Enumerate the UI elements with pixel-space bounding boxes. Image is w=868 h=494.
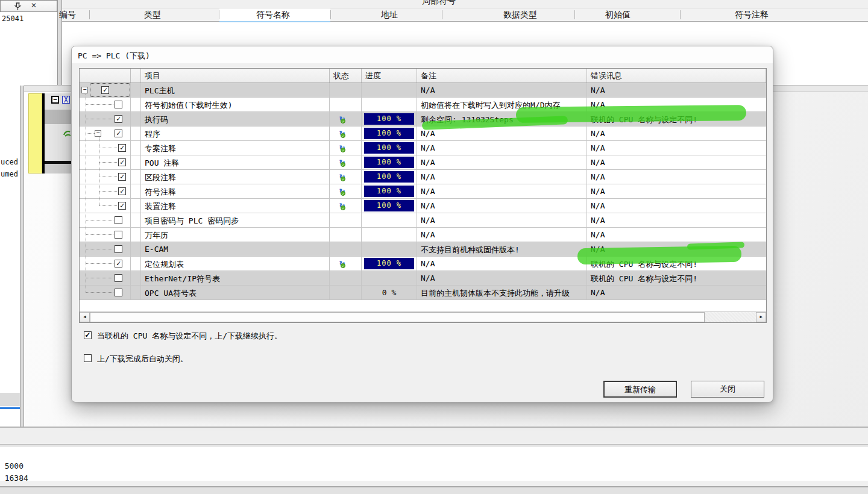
- table-column-header[interactable]: 备注: [417, 69, 587, 83]
- column-header-comment[interactable]: 符号注释: [735, 10, 769, 20]
- table-column-header[interactable]: 错误讯息: [587, 69, 766, 83]
- close-button[interactable]: 关闭: [691, 381, 764, 398]
- download-item-row[interactable]: ✓装置注释↻✓100 %N/AN/A: [80, 199, 766, 213]
- item-checkbox[interactable]: [115, 245, 122, 253]
- table-column-header[interactable]: 状态: [330, 69, 362, 83]
- progress-cell: [362, 98, 417, 112]
- scrollbar-track[interactable]: [705, 312, 756, 322]
- error-message-cell: N/A: [587, 141, 766, 155]
- table-column-header[interactable]: 进度: [362, 69, 417, 83]
- column-header-name[interactable]: 符号名称: [256, 10, 290, 20]
- tree-checkbox-cell: [80, 242, 131, 257]
- item-checkbox[interactable]: ✓: [115, 260, 122, 267]
- item-checkbox[interactable]: [115, 274, 122, 282]
- item-name-cell: E-CAM: [141, 242, 330, 257]
- item-checkbox[interactable]: ✓: [118, 158, 126, 166]
- item-checkbox[interactable]: [115, 216, 122, 224]
- remark-cell: 目前的主机韧体版本不支持此功能，请升级: [417, 286, 587, 300]
- error-message-cell: 联机的 CPU 名称与设定不同!: [587, 112, 766, 127]
- progress-bar: 100 %: [364, 171, 414, 183]
- download-item-row[interactable]: OPC UA符号表0 %目前的主机韧体版本不支持此功能，请升级N/A: [80, 286, 766, 300]
- sync-ok-badge: ✓: [341, 205, 345, 210]
- progress-text: 0 %: [362, 286, 417, 297]
- item-checkbox[interactable]: ✓: [115, 130, 122, 137]
- tree-collapse-toggle[interactable]: −: [81, 87, 88, 93]
- spacer-cell: [131, 141, 141, 155]
- progress-bar: 100 %: [364, 113, 414, 125]
- column-header-type[interactable]: 类型: [144, 10, 161, 20]
- sync-status-icon: ↻✓: [339, 199, 349, 210]
- table-column-header[interactable]: 项目: [141, 69, 330, 83]
- tree-checkbox-cell: ✓: [80, 184, 131, 199]
- network-disable-icon[interactable]: ╳: [62, 96, 70, 104]
- download-item-row[interactable]: ✓定位规划表↻✓100 %N/A联机的 CPU 名称与设定不同!: [80, 257, 766, 271]
- sync-ok-badge: ✓: [341, 148, 345, 152]
- sync-ok-badge: ✓: [341, 162, 345, 167]
- horizontal-scrollbar[interactable]: ◀ ▶: [80, 312, 766, 322]
- download-item-row[interactable]: ✓POU 注释↻✓100 %N/AN/A: [80, 155, 766, 170]
- download-item-row[interactable]: ✓专案注释↻✓100 %N/AN/A: [80, 141, 766, 155]
- progress-bar: 100 %: [364, 142, 414, 154]
- column-separator: [219, 10, 219, 19]
- progress-cell: 100 %: [362, 257, 417, 271]
- status-bar: [0, 487, 868, 494]
- item-checkbox[interactable]: ✓: [118, 173, 126, 181]
- tree-collapse-toggle[interactable]: −: [95, 130, 101, 137]
- download-item-row[interactable]: −✓PLC主机N/AN/A: [80, 83, 766, 98]
- option-checkbox[interactable]: [84, 354, 92, 362]
- panel-splitter[interactable]: [20, 86, 24, 427]
- column-header-address[interactable]: 地址: [381, 10, 398, 20]
- scroll-right-button[interactable]: ▶: [756, 312, 766, 322]
- tree-checkbox-cell: [80, 228, 131, 242]
- download-item-row[interactable]: ✓执行码↻✓100 %剩余空间: 131032Steps联机的 CPU 名称与设…: [80, 112, 766, 127]
- download-item-row[interactable]: 项目密码与 PLC 密码同步N/AN/A: [80, 213, 766, 228]
- sync-status-icon: ↻✓: [339, 185, 349, 196]
- dialog-titlebar[interactable]: PC => PLC (下载): [72, 46, 773, 63]
- item-checkbox[interactable]: [115, 231, 122, 239]
- spacer-cell: [131, 213, 141, 228]
- item-checkbox[interactable]: ✓: [118, 202, 126, 210]
- tree-checkbox-cell: [80, 98, 131, 112]
- pin-icon[interactable]: [14, 2, 22, 11]
- column-header-datatype[interactable]: 数据类型: [503, 10, 537, 20]
- item-checkbox[interactable]: ✓: [118, 187, 126, 195]
- item-checkbox[interactable]: ✓: [118, 144, 126, 152]
- item-checkbox[interactable]: [115, 101, 122, 108]
- status-cell: ↻✓: [330, 141, 362, 155]
- download-item-row[interactable]: E-CAM不支持目前机种或固件版本!N/A: [80, 242, 766, 257]
- progress-cell: 100 %: [362, 184, 417, 199]
- download-item-row[interactable]: 符号初始值(下载时生效)初始值将在下载时写入到对应的M/D内存N/A: [80, 98, 766, 112]
- download-item-row[interactable]: EtherNet/IP符号表N/A联机的 CPU 名称与设定不同!: [80, 271, 766, 286]
- message-line: / 16384: [0, 474, 28, 481]
- option-label: 当联机的 CPU 名称与设定不同，上/下载继续执行。: [97, 331, 282, 342]
- item-checkbox[interactable]: [115, 289, 122, 296]
- download-item-row[interactable]: 万年历N/AN/A: [80, 228, 766, 242]
- item-name-cell: 程序: [141, 127, 330, 141]
- option-checkbox[interactable]: ✓: [84, 331, 92, 339]
- retransfer-button[interactable]: 重新传输: [603, 381, 677, 398]
- message-window: / 5000 / 16384: [0, 446, 868, 481]
- sync-status-icon: ↻✓: [339, 156, 349, 167]
- status-cell: [330, 286, 362, 300]
- table-header-spacer: [131, 69, 141, 83]
- item-checkbox[interactable]: ✓: [115, 115, 122, 123]
- error-message-cell: N/A: [587, 286, 766, 300]
- dock-panel-body: [0, 12, 57, 86]
- column-header-initial[interactable]: 初始值: [605, 10, 631, 20]
- item-name-cell: POU 注释: [141, 155, 330, 170]
- remark-cell: N/A: [417, 257, 587, 271]
- column-separator: [574, 10, 575, 19]
- scroll-left-button[interactable]: ◀: [80, 312, 90, 322]
- download-item-row[interactable]: ✓符号注释↻✓100 %N/AN/A: [80, 184, 766, 199]
- download-item-row[interactable]: ✓区段注释↻✓100 %N/AN/A: [80, 170, 766, 184]
- column-separator: [680, 10, 681, 19]
- item-name-cell: 装置注释: [141, 199, 330, 213]
- scrollbar-thumb[interactable]: [90, 312, 705, 322]
- ladder-network-band: [45, 164, 71, 174]
- network-collapse-icon[interactable]: −: [51, 96, 59, 104]
- download-item-row[interactable]: −✓程序↻✓100 %N/AN/A: [80, 127, 766, 141]
- column-header-id[interactable]: 编号: [59, 10, 76, 20]
- spacer-cell: [131, 83, 141, 98]
- status-cell: [330, 271, 362, 286]
- close-icon[interactable]: ✕: [31, 1, 37, 10]
